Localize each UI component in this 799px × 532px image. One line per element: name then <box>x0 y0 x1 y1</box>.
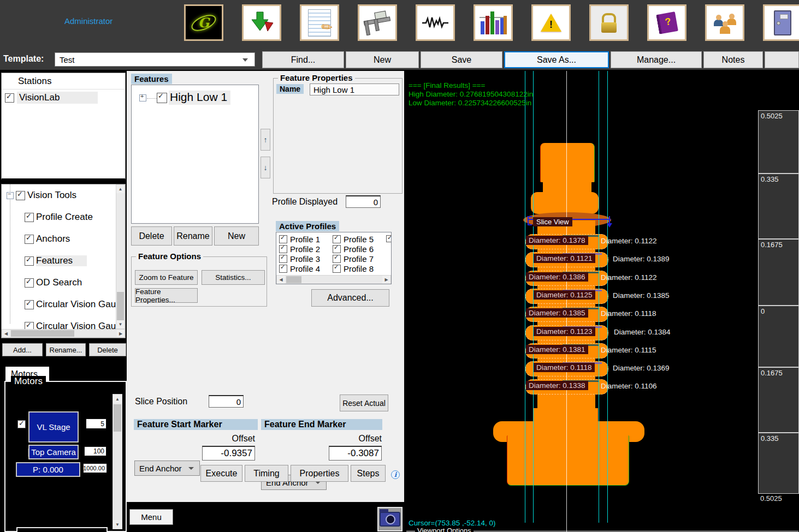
delete-tool-button[interactable]: Delete <box>89 343 126 356</box>
vl-stage-checkbox[interactable] <box>17 420 26 428</box>
profile-row[interactable]: Profile 6 <box>333 244 374 254</box>
expand-icon[interactable] <box>139 94 146 101</box>
station-row-visionlab[interactable]: VisionLab <box>2 89 125 106</box>
scroll-thumb[interactable] <box>117 292 124 324</box>
execute-button[interactable]: Execute <box>200 465 242 482</box>
tree-item-od-search[interactable]: OD Search <box>25 277 82 288</box>
od-search-checkbox[interactable] <box>25 278 34 288</box>
collapse-icon[interactable] <box>7 192 14 199</box>
reset-actual-button[interactable]: Reset Actual <box>340 394 388 411</box>
features-tree[interactable]: High Low 1 <box>131 85 259 224</box>
profile-5-checkbox[interactable] <box>333 235 341 243</box>
high-low-checkbox[interactable] <box>157 93 167 103</box>
manage-button[interactable]: Manage... <box>611 51 702 68</box>
scroll-down-arrow[interactable] <box>113 520 122 529</box>
scroll-thumb[interactable] <box>114 404 121 432</box>
properties-button[interactable]: Properties <box>291 465 348 482</box>
position-button[interactable]: P: 0.000 <box>16 462 80 477</box>
slice-view-label[interactable]: Slice View <box>533 217 572 226</box>
tree-item-features[interactable]: Features <box>25 255 87 266</box>
profile-8-checkbox[interactable] <box>333 265 341 273</box>
position-value[interactable]: 1000.00 <box>83 463 107 473</box>
menu-button[interactable]: Menu <box>129 509 173 525</box>
active-profiles-list[interactable]: Profile 1 Profile 2 Profile 3 Profile 4 … <box>276 232 392 284</box>
add-tool-button[interactable]: Add... <box>2 343 43 356</box>
profile-row[interactable]: Profile 8 <box>333 264 374 273</box>
profile-9-checkbox[interactable] <box>386 235 392 242</box>
circular-gauge-1-checkbox[interactable] <box>25 300 34 309</box>
alerts-button[interactable] <box>531 4 571 41</box>
statistics-button[interactable] <box>474 4 513 41</box>
advanced-button[interactable]: Advanced... <box>311 289 389 307</box>
vl-stage-button[interactable]: VL Stage <box>28 411 79 443</box>
motors-scrollbar[interactable] <box>113 394 122 529</box>
feature-properties-button[interactable]: Feature Properties... <box>135 288 198 303</box>
profile-3-checkbox[interactable] <box>279 255 287 263</box>
vl-stage-value[interactable]: 5 <box>86 419 106 429</box>
report-button[interactable] <box>300 4 339 41</box>
info-icon[interactable] <box>391 470 400 479</box>
scroll-thumb[interactable] <box>286 276 301 283</box>
delete-feature-button[interactable]: Delete <box>131 226 172 246</box>
snapshot-button[interactable] <box>377 507 403 531</box>
gt-logo-button[interactable]: G <box>184 4 223 41</box>
profile-row[interactable]: Profile 7 <box>333 254 374 264</box>
tree-vscrollbar[interactable] <box>116 184 125 329</box>
new-template-button[interactable]: New <box>346 51 419 68</box>
tree-item-vision-tools[interactable]: Vision Tools <box>7 190 76 201</box>
save-button[interactable]: Save <box>421 51 502 68</box>
scroll-left-arrow[interactable] <box>2 330 10 337</box>
move-feature-up-button[interactable]: ↑ <box>261 129 270 151</box>
profile-4-checkbox[interactable] <box>279 265 287 273</box>
profile-row[interactable]: Profile 3 <box>279 254 320 264</box>
scroll-left-arrow[interactable] <box>277 276 285 284</box>
move-feature-down-button[interactable]: ↓ <box>261 157 270 178</box>
features-checkbox[interactable] <box>25 256 34 266</box>
slice-position-field[interactable]: 0 <box>209 395 244 408</box>
profile-1-checkbox[interactable] <box>279 235 287 243</box>
save-as-button[interactable]: Save As... <box>504 51 609 68</box>
zoom-to-feature-button[interactable]: Zoom to Feature <box>135 270 198 285</box>
find-button[interactable]: Find... <box>262 51 344 68</box>
top-camera-button[interactable]: Top Camera <box>28 445 79 459</box>
new-feature-button[interactable]: New <box>214 226 259 246</box>
notes-button[interactable]: Notes <box>703 51 763 68</box>
scroll-right-arrow[interactable] <box>382 276 390 284</box>
timing-button[interactable]: Timing <box>245 465 288 482</box>
scroll-right-arrow[interactable] <box>117 330 125 337</box>
tree-item-circular-gauge-1[interactable]: Circular Vision Gau <box>25 299 116 310</box>
profile-7-checkbox[interactable] <box>333 255 341 263</box>
start-anchor-select[interactable]: End Anchor <box>134 461 200 476</box>
scroll-thumb[interactable] <box>11 330 74 337</box>
statistics-button[interactable]: Statistics... <box>202 270 265 285</box>
tree-hscrollbar[interactable] <box>2 329 125 338</box>
tree-item-profile-create[interactable]: Profile Create <box>25 212 93 223</box>
tree-item-anchors[interactable]: Anchors <box>25 234 70 244</box>
rename-tool-button[interactable]: Rename... <box>46 343 86 356</box>
help-button[interactable] <box>647 4 686 41</box>
run-button[interactable] <box>242 4 281 41</box>
vision-tools-checkbox[interactable] <box>16 191 25 200</box>
profile-displayed-field[interactable]: 0 <box>346 195 381 208</box>
anchors-checkbox[interactable] <box>25 235 34 244</box>
profile-create-checkbox[interactable] <box>25 213 34 222</box>
feature-tree-label[interactable]: High Low 1 <box>169 91 230 105</box>
profile-2-checkbox[interactable] <box>279 245 287 253</box>
profile-row[interactable]: Profile 2 <box>279 244 320 254</box>
scroll-up-arrow[interactable] <box>113 394 122 403</box>
station-checkbox[interactable] <box>5 93 14 103</box>
feature-name-field[interactable]: High Low 1 <box>310 83 399 95</box>
rename-feature-button[interactable]: Rename <box>174 226 212 246</box>
profile-row[interactable]: Profile 1 <box>279 235 320 244</box>
measure-button[interactable] <box>358 4 397 41</box>
scroll-up-arrow[interactable] <box>116 185 125 193</box>
signal-button[interactable] <box>416 4 455 41</box>
slice-marker-left-bracket[interactable] <box>528 216 532 225</box>
scroll-down-arrow[interactable] <box>116 320 125 328</box>
profile-6-checkbox[interactable] <box>333 245 341 253</box>
template-select[interactable]: Test <box>55 52 255 67</box>
steps-button[interactable]: Steps <box>351 465 386 482</box>
profiles-hscrollbar[interactable] <box>276 275 391 284</box>
profile-row[interactable]: Profile 4 <box>279 264 320 273</box>
partial-button[interactable] <box>765 51 799 68</box>
